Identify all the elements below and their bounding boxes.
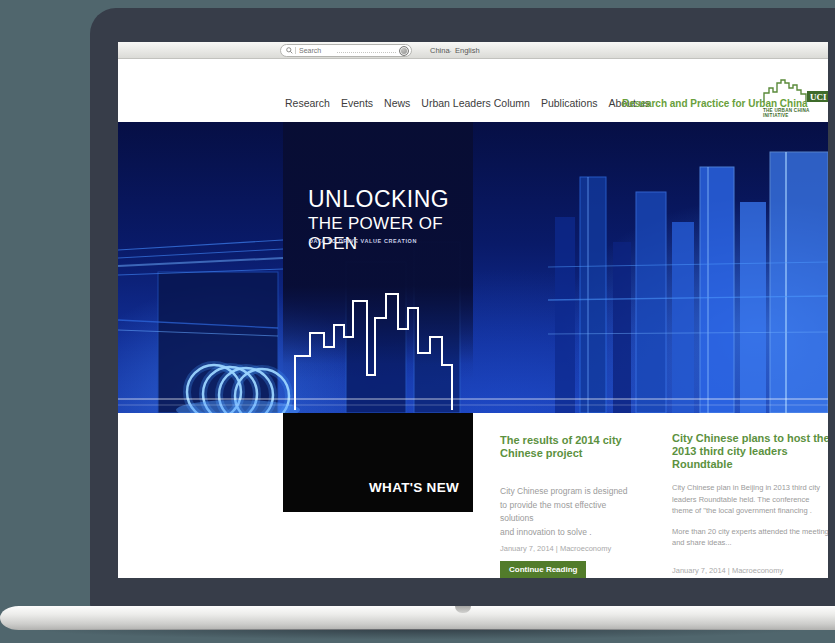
language-separator: - xyxy=(449,46,452,55)
main-navigation: Research Events News Urban Leaders Colum… xyxy=(285,97,650,109)
hero-banner xyxy=(118,122,828,413)
city-skyline-outline-icon xyxy=(283,122,473,422)
search-input[interactable] xyxy=(299,47,337,54)
hero-cityscape-art xyxy=(118,122,828,413)
nav-item-events[interactable]: Events xyxy=(341,97,373,109)
hero-subtitle: DATA TO DRIVE VALUE CREATION xyxy=(309,238,417,244)
featured-slide-panel: UNLOCKING THE POWER OF OPEN DATA TO DRIV… xyxy=(283,122,473,512)
hero-title-line2: THE POWER OF OPEN xyxy=(308,214,473,254)
search-divider xyxy=(295,47,296,54)
article-meta-right: January 7, 2014 | Macroeconomy xyxy=(672,566,783,575)
hero-title-line1: UNLOCKING xyxy=(308,186,449,213)
whats-new-label: WHAT'S NEW xyxy=(369,480,459,495)
search-go-button[interactable] xyxy=(399,46,409,56)
article-meta-left: January 7, 2014 | Macroeconomy xyxy=(500,544,611,553)
site-toolbar: China - English xyxy=(118,42,828,59)
nav-item-urban-leaders-column[interactable]: Urban Leaders Column xyxy=(421,97,530,109)
continue-reading-button[interactable]: Continue Reading xyxy=(500,561,586,578)
article-right-paragraph-1: City Chinese plan in Beijing in 2013 thi… xyxy=(672,482,828,517)
search-icon xyxy=(286,47,293,54)
logo-caption: THE URBAN CHINA INITIATIVE xyxy=(763,108,828,118)
search-box[interactable] xyxy=(280,44,412,57)
language-link-english[interactable]: English xyxy=(455,46,480,55)
search-dotted-leader xyxy=(337,52,396,53)
nav-item-research[interactable]: Research xyxy=(285,97,330,109)
uci-logo[interactable]: UCI THE URBAN CHINA INITIATIVE xyxy=(763,76,828,118)
article-title-right[interactable]: City Chinese plans to host the 2013 thir… xyxy=(672,432,828,471)
laptop-shadow xyxy=(0,629,835,643)
browser-screen: China - English Research Events News Urb… xyxy=(118,42,828,578)
article-body-left: City Chinese program is designed to prov… xyxy=(500,485,660,539)
laptop-mockup: China - English Research Events News Urb… xyxy=(0,0,835,643)
uci-logo-icon: UCI xyxy=(763,76,828,103)
nav-item-publications[interactable]: Publications xyxy=(541,97,598,109)
laptop-base xyxy=(0,606,835,630)
svg-text:UCI: UCI xyxy=(810,92,827,102)
article-body-right: City Chinese plan in Beijing in 2013 thi… xyxy=(672,482,828,549)
article-right-paragraph-2: More than 20 city experts attended the m… xyxy=(672,526,828,549)
language-link-china[interactable]: China xyxy=(430,46,450,55)
article-title-left[interactable]: The results of 2014 city Chinese project xyxy=(500,434,655,460)
nav-item-news[interactable]: News xyxy=(384,97,410,109)
